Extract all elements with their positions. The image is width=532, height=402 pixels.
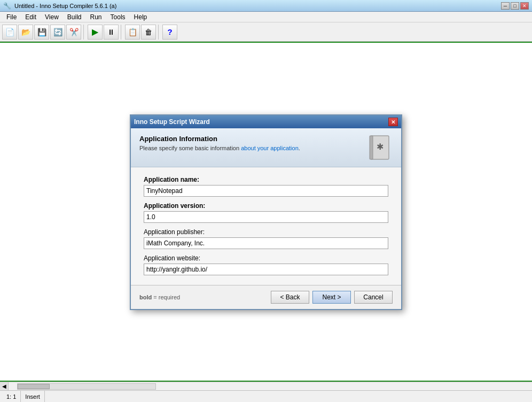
menu-tools[interactable]: Tools xyxy=(106,12,130,22)
footer-buttons: < Back Next > Cancel xyxy=(271,291,393,304)
menu-edit[interactable]: Edit xyxy=(21,12,41,22)
menu-run[interactable]: Run xyxy=(86,12,106,22)
toolbar-reload[interactable]: 🔄 xyxy=(50,25,65,40)
toolbar-open[interactable]: 📂 xyxy=(18,25,33,40)
title-bar-controls: ─ □ ✕ xyxy=(501,2,529,10)
status-position: 1: 1 xyxy=(2,391,21,402)
footer-hint: bold = required xyxy=(139,294,271,300)
minimize-button[interactable]: ─ xyxy=(501,2,510,10)
toolbar-sep-2 xyxy=(121,25,123,40)
next-button[interactable]: Next > xyxy=(312,291,351,304)
dialog-title: Inno Setup Script Wizard xyxy=(134,118,210,126)
toolbar-cut[interactable]: ✂️ xyxy=(66,25,81,40)
menu-bar: File Edit View Build Run Tools Help xyxy=(0,12,532,22)
back-button[interactable]: < Back xyxy=(271,291,309,304)
dialog-close-button[interactable]: ✕ xyxy=(388,118,398,126)
dialog-titlebar: Inno Setup Script Wizard ✕ xyxy=(131,115,401,128)
app-publisher-input[interactable] xyxy=(144,237,388,249)
toolbar-new[interactable]: 📄 xyxy=(2,25,17,40)
wizard-dialog: Inno Setup Script Wizard ✕ Application I… xyxy=(130,114,402,310)
menu-view[interactable]: View xyxy=(41,12,63,22)
close-button[interactable]: ✕ xyxy=(520,2,529,10)
form-group-website: Application website: xyxy=(144,254,388,275)
dialog-overlay: Inno Setup Script Wizard ✕ Application I… xyxy=(0,43,532,382)
menu-help[interactable]: Help xyxy=(130,12,152,22)
svg-rect-1 xyxy=(370,136,373,159)
toolbar-delete[interactable]: 🗑 xyxy=(141,25,156,40)
toolbar-run[interactable]: ▶ xyxy=(88,25,103,40)
toolbar-compile[interactable]: 📋 xyxy=(125,25,140,40)
book-icon: ✱ xyxy=(369,135,391,160)
svg-text:✱: ✱ xyxy=(377,142,384,151)
app-icon: 🔧 xyxy=(3,2,11,10)
app-name-input[interactable] xyxy=(144,185,388,197)
status-bar: 1: 1 Insert xyxy=(0,390,532,402)
toolbar-pause[interactable]: ⏸ xyxy=(104,25,119,40)
app-version-label: Application version: xyxy=(144,202,388,210)
toolbar-sep-1 xyxy=(83,25,85,40)
about-link[interactable]: about your application xyxy=(241,145,299,151)
status-mode: Insert xyxy=(21,391,45,402)
toolbar-save[interactable]: 💾 xyxy=(34,25,49,40)
scrollbar-thumb[interactable] xyxy=(18,384,50,389)
menu-build[interactable]: Build xyxy=(63,12,86,22)
dialog-section-title: Application Information xyxy=(139,135,361,143)
scroll-left-btn[interactable]: ◀ xyxy=(0,382,9,391)
form-group-version: Application version: xyxy=(144,202,388,223)
cancel-button[interactable]: Cancel xyxy=(354,291,393,304)
toolbar: 📄 📂 💾 🔄 ✂️ ▶ ⏸ 📋 🗑 ? xyxy=(0,22,532,42)
app-website-input[interactable] xyxy=(144,264,388,275)
dialog-icon: ✱ xyxy=(367,135,393,160)
maximize-button[interactable]: □ xyxy=(511,2,519,10)
dialog-footer: bold = required < Back Next > Cancel xyxy=(131,285,401,309)
app-name-label: Application name: xyxy=(144,176,388,183)
dialog-form: Application name: Application version: A… xyxy=(131,167,401,285)
dialog-header-text: Application Information Please specify s… xyxy=(139,135,361,151)
form-group-publisher: Application publisher: xyxy=(144,228,388,249)
dialog-header: Application Information Please specify s… xyxy=(131,128,401,167)
toolbar-help[interactable]: ? xyxy=(162,25,177,40)
title-bar-text: Untitled - Inno Setup Compiler 5.6.1 (a) xyxy=(14,3,116,9)
scrollbar-area: ◀ xyxy=(0,382,532,390)
app-version-input[interactable] xyxy=(144,211,388,223)
menu-file[interactable]: File xyxy=(2,12,21,22)
title-bar: 🔧 Untitled - Inno Setup Compiler 5.6.1 (… xyxy=(0,0,532,12)
app-website-label: Application website: xyxy=(144,254,388,262)
dialog-section-subtitle: Please specify some basic information ab… xyxy=(139,145,361,151)
scrollbar-track[interactable] xyxy=(17,383,156,390)
app-publisher-label: Application publisher: xyxy=(144,228,388,236)
form-group-appname: Application name: xyxy=(144,176,388,197)
toolbar-sep-3 xyxy=(158,25,160,40)
